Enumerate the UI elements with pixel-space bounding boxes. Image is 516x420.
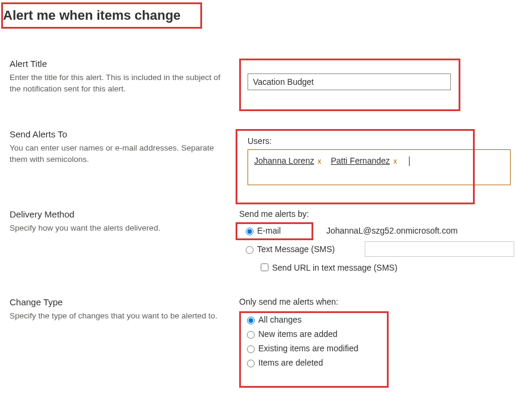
- delivery-desc: Specify how you want the alerts delivere…: [10, 223, 227, 234]
- section-delivery: Delivery Method Specify how you want the…: [0, 209, 516, 273]
- alert-title-input[interactable]: [248, 73, 451, 90]
- users-input[interactable]: Johanna Lorenz x Patti Fernandez x: [248, 149, 511, 185]
- delivery-sms-input[interactable]: [365, 241, 514, 257]
- sms-url-checkbox-label: Send URL in text message (SMS): [272, 263, 398, 272]
- user-chip[interactable]: Patti Fernandez x: [331, 156, 397, 165]
- alert-title-desc: Enter the title for this alert. This is …: [10, 72, 227, 95]
- alert-title-heading: Alert Title: [10, 59, 227, 69]
- delivery-radio-email-label: E-mail: [257, 226, 281, 235]
- section-send-to: Send Alerts To You can enter user names …: [0, 129, 516, 185]
- change-radio-all[interactable]: [247, 317, 255, 324]
- section-change-type: Change Type Specify the type of changes …: [0, 297, 516, 376]
- send-to-heading: Send Alerts To: [10, 129, 227, 139]
- change-type-heading: Change Type: [10, 297, 227, 307]
- remove-user-icon[interactable]: x: [317, 157, 321, 165]
- change-radio-deleted-label: Items are deleted: [258, 358, 323, 367]
- delivery-email-value: JohannaL@szg52.onmicrosoft.com: [326, 226, 458, 235]
- section-alert-title: Alert Title Enter the title for this ale…: [0, 59, 516, 105]
- delivery-radio-sms-label: Text Message (SMS): [257, 244, 335, 254]
- page-title: Alert me when items change: [1, 2, 202, 29]
- change-radio-modified-label: Existing items are modified: [258, 344, 358, 353]
- change-radio-deleted[interactable]: [247, 360, 255, 367]
- change-type-desc: Specify the type of changes that you wan…: [10, 311, 227, 322]
- delivery-group-label: Send me alerts by:: [239, 209, 516, 219]
- delivery-heading: Delivery Method: [10, 209, 227, 219]
- change-radio-new-label: New items are added: [258, 329, 337, 339]
- delivery-radio-email[interactable]: [246, 228, 254, 235]
- sms-url-checkbox[interactable]: [261, 263, 268, 271]
- remove-user-icon[interactable]: x: [393, 157, 397, 165]
- change-radio-new[interactable]: [247, 331, 255, 339]
- user-name: Patti Fernandez: [331, 156, 390, 165]
- change-type-group-label: Only send me alerts when:: [239, 297, 516, 306]
- change-radio-modified[interactable]: [247, 345, 255, 353]
- user-chip[interactable]: Johanna Lorenz x: [254, 156, 321, 165]
- change-radio-all-label: All changes: [258, 315, 301, 324]
- user-name: Johanna Lorenz: [254, 156, 314, 165]
- text-cursor: [409, 157, 410, 166]
- delivery-radio-sms[interactable]: [246, 246, 254, 254]
- send-to-desc: You can enter user names or e-mail addre…: [10, 143, 227, 165]
- users-label: Users:: [239, 129, 516, 146]
